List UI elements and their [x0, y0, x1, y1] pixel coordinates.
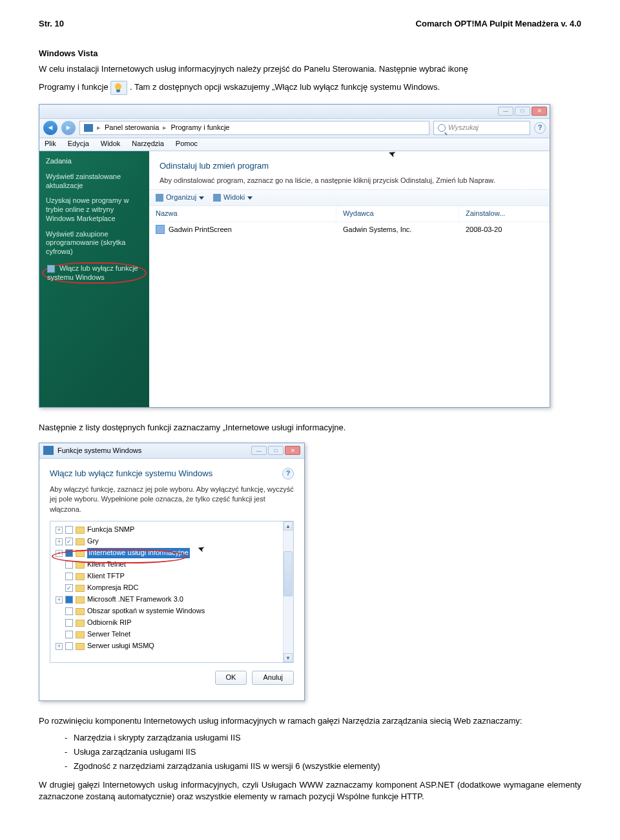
maximize-button[interactable]: □ [268, 446, 284, 455]
scroll-down-icon[interactable]: ▼ [284, 653, 293, 662]
checkbox[interactable]: ✓ [65, 538, 73, 545]
expand-icon[interactable]: + [56, 538, 63, 545]
tree-item[interactable]: +Internetowe usługi informacyjne [52, 547, 292, 559]
paragraph-4: W drugiej gałęzi Internetowych usług inf… [39, 779, 581, 803]
checkbox[interactable] [65, 596, 73, 604]
app-icon [156, 225, 165, 234]
minimize-button[interactable]: — [498, 107, 513, 116]
folder-icon [76, 538, 85, 545]
tree-item-label: Internetowe usługi informacyjne [87, 548, 190, 558]
tree-item-label: Gry [87, 536, 99, 546]
checkbox[interactable] [65, 572, 73, 580]
organize-label: Organizuj [166, 193, 196, 202]
task-marketplace[interactable]: Uzyskaj nowe programy w trybie online z … [46, 196, 143, 223]
tree-item[interactable]: Klient Telnet [52, 559, 292, 571]
checkbox[interactable] [65, 549, 73, 557]
checkbox[interactable]: ✓ [65, 584, 73, 592]
tree-item[interactable]: Klient TFTP [52, 571, 292, 582]
expand-icon[interactable]: + [56, 643, 63, 650]
folder-icon [76, 573, 85, 580]
tree-item[interactable]: ✓Kompresja RDC [52, 582, 292, 594]
col-installed[interactable]: Zainstalow... [459, 206, 550, 221]
address-box[interactable]: ▸ Panel sterowania ▸ Programy i funkcje [79, 121, 429, 135]
crumb-sep: ▸ [163, 123, 167, 132]
cp-main-desc: Aby odinstalować program, zaznacz go na … [160, 176, 539, 185]
tree-item[interactable]: +✓Gry [52, 536, 292, 547]
tree-item[interactable]: +Microsoft .NET Framework 3.0 [52, 594, 292, 605]
folder-icon [76, 620, 85, 627]
ok-button[interactable]: OK [215, 671, 247, 685]
back-button[interactable]: ◄ [43, 121, 57, 135]
close-button[interactable]: ✕ [285, 446, 300, 455]
scrollbar[interactable]: ▲ ▼ [283, 521, 293, 662]
menu-edit[interactable]: Edycja [68, 139, 89, 149]
expand-icon[interactable]: + [56, 550, 63, 557]
cp-toolbar: Organizuj Widoki [149, 189, 550, 206]
table-row[interactable]: Gadwin PrintScreen Gadwin Systems, Inc. … [149, 222, 550, 237]
menu-file[interactable]: Plik [45, 139, 56, 149]
scroll-up-icon[interactable]: ▲ [284, 521, 293, 530]
close-button[interactable]: ✕ [532, 107, 547, 116]
help-icon[interactable]: ? [534, 122, 546, 134]
control-panel-screenshot: — □ ✕ ◄ ► ▸ Panel sterowania ▸ Programy … [39, 104, 550, 408]
tree-item-label: Klient TFTP [87, 571, 125, 581]
tree-item-label: Klient Telnet [87, 560, 126, 569]
expand-icon[interactable]: + [56, 596, 63, 604]
cancel-button[interactable]: Anuluj [252, 671, 294, 685]
search-input[interactable]: Wyszukaj [433, 121, 530, 135]
tasks-sidebar: Zadania Wyświetl zainstalowane aktualiza… [39, 151, 149, 407]
list-item: Zgodność z narzędziami zarządzania usług… [65, 761, 581, 772]
feat-heading: Włącz lub wyłącz funkcje systemu Windows [50, 468, 212, 479]
paragraph-3: Po rozwinięciu komponentu Internetowych … [39, 715, 581, 727]
scroll-thumb[interactable] [284, 551, 293, 596]
tree-item[interactable]: +Funkcja SNMP [52, 524, 292, 536]
forward-button[interactable]: ► [61, 121, 76, 135]
checkbox[interactable] [65, 561, 73, 569]
organize-button[interactable]: Organizuj [156, 193, 204, 202]
task-windows-features[interactable]: Włącz lub wyłącz funkcje systemu Windows [42, 262, 147, 284]
expand-icon[interactable]: + [56, 527, 63, 534]
tree-item[interactable]: +Serwer usługi MSMQ [52, 640, 292, 652]
intro-text-a: W celu instalacji Internetowych usług in… [39, 64, 468, 74]
checkbox[interactable] [65, 631, 73, 638]
minimize-button[interactable]: — [251, 446, 267, 455]
maximize-button[interactable]: □ [515, 107, 530, 116]
tree-item-label: Obszar spotkań w systemie Windows [87, 606, 205, 616]
col-name[interactable]: Nazwa [149, 206, 336, 221]
programs-features-icon [110, 81, 127, 95]
chevron-down-icon [199, 196, 204, 200]
checkbox[interactable] [65, 526, 73, 534]
windows-features-screenshot: Funkcje systemu Windows — □ ✕ Włącz lub … [39, 443, 305, 701]
help-icon[interactable]: ? [282, 468, 294, 479]
tree-item[interactable]: Obszar spotkań w systemie Windows [52, 605, 292, 617]
menu-view[interactable]: Widok [101, 139, 121, 149]
folder-icon [76, 643, 85, 650]
feat-body: Włącz lub wyłącz funkcje systemu Windows… [39, 459, 304, 700]
bullet-list: Narzędzia i skrypty zarządzania usługami… [39, 732, 581, 773]
checkbox[interactable] [65, 619, 73, 627]
page-number: Str. 10 [39, 18, 64, 30]
feat-buttons: OK Anuluj [50, 671, 294, 685]
section-title: Windows Vista [39, 48, 581, 59]
views-button[interactable]: Widoki [213, 193, 253, 202]
shield-icon [47, 265, 55, 273]
task-digital-locker[interactable]: Wyświetl zakupione oprogramowanie (skryt… [46, 230, 143, 257]
tree-item[interactable]: Serwer Telnet [52, 629, 292, 640]
tree-item[interactable]: Odbiornik RIP [52, 617, 292, 629]
search-icon [438, 124, 446, 132]
task-windows-features-label: Włącz lub wyłącz funkcje systemu Windows [47, 264, 138, 281]
menu-tools[interactable]: Narzędzia [132, 139, 164, 149]
col-publisher[interactable]: Wydawca [336, 206, 459, 221]
control-panel-icon [84, 124, 93, 132]
paragraph-2: Następnie z listy dostępnych funkcji zaz… [39, 422, 581, 434]
chevron-down-icon [247, 196, 253, 200]
checkbox[interactable] [65, 607, 73, 615]
breadcrumb-1[interactable]: Panel sterowania [105, 123, 159, 132]
task-updates[interactable]: Wyświetl zainstalowane aktualizacje [46, 173, 143, 191]
menu-help[interactable]: Pomoc [176, 139, 198, 149]
breadcrumb-2[interactable]: Programy i funkcje [170, 123, 229, 132]
feat-heading-row: Włącz lub wyłącz funkcje systemu Windows… [50, 468, 294, 479]
checkbox[interactable] [65, 642, 73, 650]
cp-body: Zadania Wyświetl zainstalowane aktualiza… [39, 151, 550, 407]
tree-item-label: Microsoft .NET Framework 3.0 [87, 594, 183, 604]
